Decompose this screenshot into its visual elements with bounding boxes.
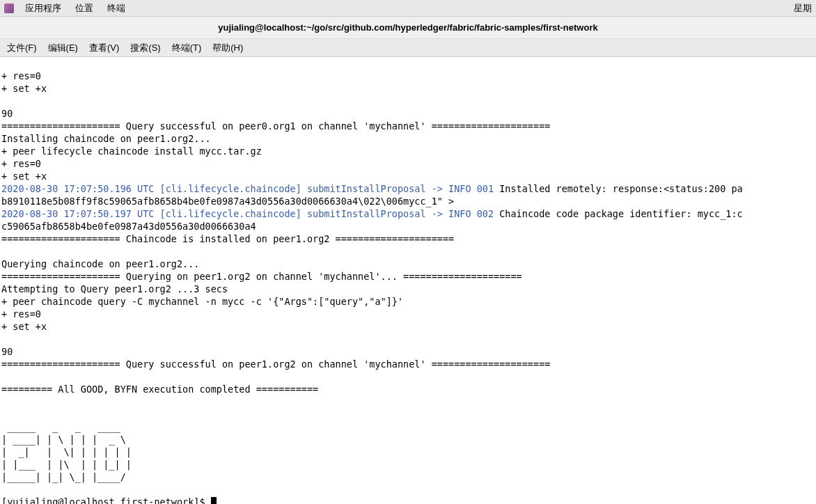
term-line: Installing chaincode on peer1.org2... bbox=[1, 133, 211, 144]
term-line: ===================== Chaincode is insta… bbox=[1, 233, 454, 244]
window-title: yujialing@localhost:~/go/src/github.com/… bbox=[218, 22, 597, 33]
term-line: b8910118e5b08ff9f8c59065afb8658b4be0fe09… bbox=[1, 196, 454, 207]
ascii-art-end: | |___ | |\ | | |_| | bbox=[1, 459, 137, 470]
term-line: c59065afb8658b4be0fe0987a43d0556a30d0066… bbox=[1, 221, 256, 232]
term-log-info: 2020-08-30 17:07:50.196 UTC [cli.lifecyc… bbox=[1, 183, 494, 194]
panel-clock: 星期 bbox=[794, 2, 812, 15]
ascii-art-end: | ____| | \ | | | _ \ bbox=[1, 434, 137, 445]
menu-view[interactable]: 查看(V) bbox=[84, 42, 125, 54]
term-line: 90 bbox=[1, 108, 13, 119]
shell-prompt: [yujialing@localhost first-network]$ bbox=[1, 496, 211, 504]
term-line: Installed remotely: response:<status:200… bbox=[494, 183, 743, 194]
activities-icon bbox=[4, 3, 14, 13]
term-line: + set +x bbox=[1, 83, 47, 94]
menu-file[interactable]: 文件(F) bbox=[1, 42, 42, 54]
term-line: + res=0 bbox=[1, 308, 41, 320]
term-line: + peer lifecycle chaincode install mycc.… bbox=[1, 145, 262, 157]
ascii-art-end: _____ _ _ ____ bbox=[1, 421, 137, 432]
terminal-output[interactable]: + res=0 + set +x 90 ====================… bbox=[0, 57, 816, 504]
term-line: ===================== Query successful o… bbox=[1, 120, 550, 132]
panel-places[interactable]: 位置 bbox=[68, 2, 100, 15]
panel-applications[interactable]: 应用程序 bbox=[18, 2, 68, 15]
term-line: + peer chaincode query -C mychannel -n m… bbox=[1, 296, 403, 307]
panel-terminal[interactable]: 终端 bbox=[100, 2, 132, 15]
menu-edit[interactable]: 编辑(E) bbox=[42, 42, 84, 54]
menu-help[interactable]: 帮助(H) bbox=[207, 42, 249, 54]
terminal-menu-bar: 文件(F) 编辑(E) 查看(V) 搜索(S) 终端(T) 帮助(H) bbox=[0, 39, 816, 57]
term-line: + res=0 bbox=[1, 158, 41, 169]
menu-terminal[interactable]: 终端(T) bbox=[166, 42, 207, 54]
term-line: Querying chaincode on peer1.org2... bbox=[1, 258, 199, 269]
term-line: + res=0 bbox=[1, 70, 41, 81]
term-line: ========= All GOOD, BYFN execution compl… bbox=[1, 384, 324, 395]
term-line: + set +x bbox=[1, 321, 47, 332]
ascii-art-end: | _| | \| | | | | | bbox=[1, 446, 137, 457]
term-line: Chaincode code package identifier: mycc_… bbox=[494, 208, 743, 219]
term-line: ===================== Query successful o… bbox=[1, 359, 550, 370]
desktop-top-panel: 应用程序 位置 终端 星期 bbox=[0, 0, 816, 17]
term-line: Attempting to Query peer1.org2 ...3 secs bbox=[1, 283, 228, 294]
term-line: 90 bbox=[1, 346, 13, 357]
term-log-info: 2020-08-30 17:07:50.197 UTC [cli.lifecyc… bbox=[1, 208, 494, 219]
term-line: + set +x bbox=[1, 171, 47, 182]
menu-search[interactable]: 搜索(S) bbox=[125, 42, 166, 54]
ascii-art-end: |_____| |_| \_| |____/ bbox=[1, 471, 137, 482]
cursor-icon bbox=[211, 497, 217, 504]
term-line: ===================== Querying on peer1.… bbox=[1, 271, 522, 282]
window-title-bar: yujialing@localhost:~/go/src/github.com/… bbox=[0, 17, 816, 39]
